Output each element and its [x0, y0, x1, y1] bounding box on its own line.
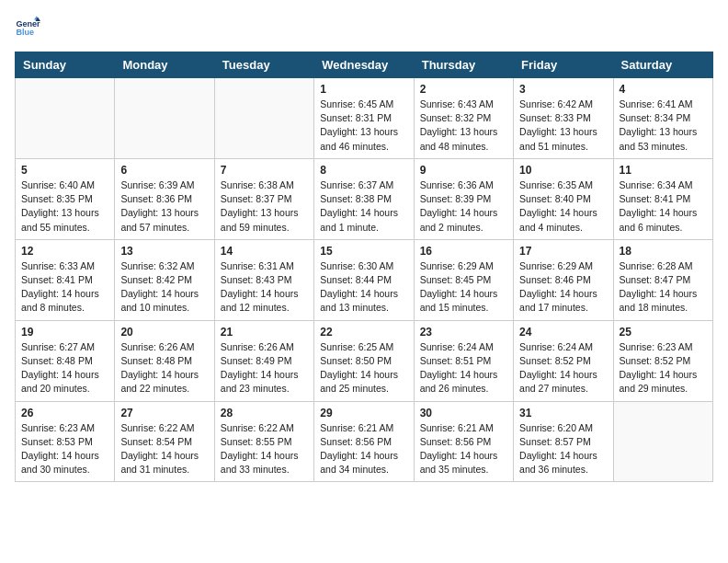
day-info: Sunrise: 6:26 AM Sunset: 8:48 PM Dayligh…: [120, 340, 208, 396]
calendar-cell: 13Sunrise: 6:32 AM Sunset: 8:42 PM Dayli…: [115, 239, 214, 320]
day-number: 7: [221, 164, 308, 177]
calendar-cell: 31Sunrise: 6:20 AM Sunset: 8:57 PM Dayli…: [514, 401, 613, 482]
day-number: 14: [221, 245, 308, 258]
day-info: Sunrise: 6:28 AM Sunset: 8:47 PM Dayligh…: [620, 259, 707, 316]
day-info: Sunrise: 6:30 AM Sunset: 8:44 PM Dayligh…: [320, 259, 407, 316]
col-header-wednesday: Wednesday: [314, 52, 414, 78]
calendar-cell: 18Sunrise: 6:28 AM Sunset: 8:47 PM Dayli…: [613, 239, 712, 320]
col-header-friday: Friday: [514, 52, 613, 78]
calendar-cell: 8Sunrise: 6:37 AM Sunset: 8:38 PM Daylig…: [314, 158, 414, 239]
col-header-saturday: Saturday: [613, 52, 712, 78]
calendar-cell: [16, 78, 115, 159]
day-info: Sunrise: 6:21 AM Sunset: 8:56 PM Dayligh…: [320, 421, 407, 477]
day-number: 20: [120, 326, 208, 339]
day-info: Sunrise: 6:42 AM Sunset: 8:33 PM Dayligh…: [519, 98, 607, 154]
day-number: 28: [221, 407, 308, 419]
calendar-week-3: 12Sunrise: 6:33 AM Sunset: 8:41 PM Dayli…: [16, 239, 713, 320]
calendar-cell: 26Sunrise: 6:23 AM Sunset: 8:53 PM Dayli…: [16, 401, 115, 482]
calendar-cell: 9Sunrise: 6:36 AM Sunset: 8:39 PM Daylig…: [414, 158, 513, 239]
day-info: Sunrise: 6:31 AM Sunset: 8:43 PM Dayligh…: [221, 259, 308, 316]
day-number: 26: [21, 407, 108, 419]
calendar-cell: 29Sunrise: 6:21 AM Sunset: 8:56 PM Dayli…: [314, 401, 414, 482]
day-number: 19: [21, 326, 108, 339]
day-number: 30: [420, 407, 507, 419]
calendar-cell: 17Sunrise: 6:29 AM Sunset: 8:46 PM Dayli…: [514, 239, 613, 320]
calendar-cell: [214, 78, 313, 159]
col-header-thursday: Thursday: [414, 52, 513, 78]
day-info: Sunrise: 6:24 AM Sunset: 8:51 PM Dayligh…: [420, 340, 507, 396]
calendar-table: SundayMondayTuesdayWednesdayThursdayFrid…: [15, 52, 713, 482]
calendar-cell: 27Sunrise: 6:22 AM Sunset: 8:54 PM Dayli…: [115, 401, 214, 482]
calendar-cell: 19Sunrise: 6:27 AM Sunset: 8:48 PM Dayli…: [16, 320, 115, 401]
day-number: 6: [120, 164, 208, 177]
day-info: Sunrise: 6:34 AM Sunset: 8:41 PM Dayligh…: [620, 178, 707, 235]
calendar-cell: 5Sunrise: 6:40 AM Sunset: 8:35 PM Daylig…: [16, 158, 115, 239]
calendar-cell: 14Sunrise: 6:31 AM Sunset: 8:43 PM Dayli…: [214, 239, 313, 320]
day-number: 12: [21, 245, 108, 258]
day-number: 16: [420, 245, 507, 258]
calendar-cell: [115, 78, 214, 159]
calendar-cell: 2Sunrise: 6:43 AM Sunset: 8:32 PM Daylig…: [414, 78, 513, 159]
day-info: Sunrise: 6:20 AM Sunset: 8:57 PM Dayligh…: [519, 421, 607, 477]
day-info: Sunrise: 6:23 AM Sunset: 8:53 PM Dayligh…: [21, 421, 108, 477]
day-info: Sunrise: 6:35 AM Sunset: 8:40 PM Dayligh…: [519, 178, 607, 235]
day-info: Sunrise: 6:40 AM Sunset: 8:35 PM Dayligh…: [21, 178, 108, 235]
day-number: 9: [420, 164, 507, 177]
logo: General Blue: [15, 15, 44, 40]
day-number: 10: [519, 164, 607, 177]
calendar-week-5: 26Sunrise: 6:23 AM Sunset: 8:53 PM Dayli…: [16, 401, 713, 482]
day-number: 25: [620, 326, 707, 339]
calendar-cell: 4Sunrise: 6:41 AM Sunset: 8:34 PM Daylig…: [613, 78, 712, 159]
day-info: Sunrise: 6:22 AM Sunset: 8:55 PM Dayligh…: [221, 421, 308, 477]
col-header-monday: Monday: [115, 52, 214, 78]
day-number: 23: [420, 326, 507, 339]
day-number: 21: [221, 326, 308, 339]
calendar-cell: 3Sunrise: 6:42 AM Sunset: 8:33 PM Daylig…: [514, 78, 613, 159]
col-header-tuesday: Tuesday: [214, 52, 313, 78]
day-info: Sunrise: 6:43 AM Sunset: 8:32 PM Dayligh…: [420, 98, 507, 154]
calendar-cell: 1Sunrise: 6:45 AM Sunset: 8:31 PM Daylig…: [314, 78, 414, 159]
calendar-week-4: 19Sunrise: 6:27 AM Sunset: 8:48 PM Dayli…: [16, 320, 713, 401]
logo-icon: General Blue: [15, 15, 40, 40]
calendar-cell: 21Sunrise: 6:26 AM Sunset: 8:49 PM Dayli…: [214, 320, 313, 401]
calendar-cell: 11Sunrise: 6:34 AM Sunset: 8:41 PM Dayli…: [613, 158, 712, 239]
calendar-week-1: 1Sunrise: 6:45 AM Sunset: 8:31 PM Daylig…: [16, 78, 713, 159]
day-info: Sunrise: 6:38 AM Sunset: 8:37 PM Dayligh…: [221, 178, 308, 235]
calendar-cell: 7Sunrise: 6:38 AM Sunset: 8:37 PM Daylig…: [214, 158, 313, 239]
calendar-header-row: SundayMondayTuesdayWednesdayThursdayFrid…: [16, 52, 713, 78]
day-info: Sunrise: 6:36 AM Sunset: 8:39 PM Dayligh…: [420, 178, 507, 235]
day-number: 4: [620, 83, 707, 96]
calendar-cell: 16Sunrise: 6:29 AM Sunset: 8:45 PM Dayli…: [414, 239, 513, 320]
day-info: Sunrise: 6:21 AM Sunset: 8:56 PM Dayligh…: [420, 421, 507, 477]
day-number: 18: [620, 245, 707, 258]
day-number: 15: [320, 245, 407, 258]
calendar-cell: [613, 401, 712, 482]
day-info: Sunrise: 6:24 AM Sunset: 8:52 PM Dayligh…: [519, 340, 607, 396]
calendar-header: General Blue: [15, 15, 713, 40]
day-info: Sunrise: 6:23 AM Sunset: 8:52 PM Dayligh…: [620, 340, 707, 396]
day-number: 3: [519, 83, 607, 96]
day-info: Sunrise: 6:33 AM Sunset: 8:41 PM Dayligh…: [21, 259, 108, 316]
day-number: 8: [320, 164, 407, 177]
day-info: Sunrise: 6:26 AM Sunset: 8:49 PM Dayligh…: [221, 340, 308, 396]
day-number: 29: [320, 407, 407, 419]
day-number: 5: [21, 164, 108, 177]
calendar-cell: 25Sunrise: 6:23 AM Sunset: 8:52 PM Dayli…: [613, 320, 712, 401]
day-number: 27: [120, 407, 208, 419]
calendar-cell: 6Sunrise: 6:39 AM Sunset: 8:36 PM Daylig…: [115, 158, 214, 239]
calendar-week-2: 5Sunrise: 6:40 AM Sunset: 8:35 PM Daylig…: [16, 158, 713, 239]
calendar-cell: 28Sunrise: 6:22 AM Sunset: 8:55 PM Dayli…: [214, 401, 313, 482]
day-info: Sunrise: 6:25 AM Sunset: 8:50 PM Dayligh…: [320, 340, 407, 396]
day-info: Sunrise: 6:29 AM Sunset: 8:46 PM Dayligh…: [519, 259, 607, 316]
day-number: 24: [519, 326, 607, 339]
day-number: 13: [120, 245, 208, 258]
day-info: Sunrise: 6:39 AM Sunset: 8:36 PM Dayligh…: [120, 178, 208, 235]
day-number: 11: [620, 164, 707, 177]
calendar-cell: 30Sunrise: 6:21 AM Sunset: 8:56 PM Dayli…: [414, 401, 513, 482]
svg-text:Blue: Blue: [16, 28, 34, 37]
calendar-cell: 15Sunrise: 6:30 AM Sunset: 8:44 PM Dayli…: [314, 239, 414, 320]
day-info: Sunrise: 6:32 AM Sunset: 8:42 PM Dayligh…: [120, 259, 208, 316]
day-info: Sunrise: 6:29 AM Sunset: 8:45 PM Dayligh…: [420, 259, 507, 316]
day-number: 1: [320, 83, 407, 96]
calendar-cell: 23Sunrise: 6:24 AM Sunset: 8:51 PM Dayli…: [414, 320, 513, 401]
